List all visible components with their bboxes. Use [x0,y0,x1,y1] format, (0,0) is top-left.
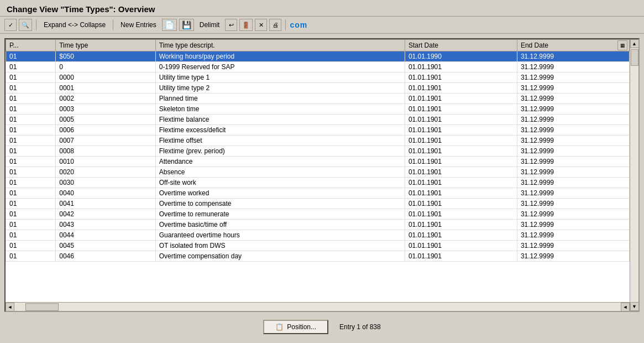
table-row[interactable]: 010007Flextime offset01.01.190131.12.999… [6,136,630,146]
cell-end-date: 31.12.9999 [517,51,629,62]
table-container: ▦ P... Time type Time type descript. Sta… [4,38,640,312]
separator-2 [113,19,113,30]
horizontal-scrollbar: ◄ ◄ ► [6,302,638,311]
exit-btn[interactable]: 🚪 [239,19,253,31]
table-row[interactable]: 010040Overtime worked01.01.190131.12.999… [6,188,630,199]
freeze-icon[interactable]: ▦ [617,40,627,50]
cell-time-type: 0005 [56,115,155,125]
cell-end-date: 31.12.9999 [517,83,629,93]
table-row[interactable]: 010001Utility time type 201.01.190131.12… [6,83,630,93]
table-row[interactable]: 010046Overtime compensation day01.01.190… [6,251,630,262]
cell-p: 01 [6,230,56,241]
horiz-scroll-track[interactable] [14,303,621,311]
cell-start-date: 01.01.1901 [405,209,517,220]
cell-description: 0-1999 Reserved for SAP [155,62,405,72]
separator-1 [36,19,36,30]
cell-p: 01 [6,83,56,93]
cell-start-date: 01.01.1901 [405,178,517,188]
cell-end-date: 31.12.9999 [517,104,629,115]
cell-description: Overtime to remunerate [155,209,405,220]
cell-time-type: 0046 [56,251,155,262]
table-scroll-area[interactable]: P... Time type Time type descript. Start… [6,39,630,302]
delimit-btn[interactable]: Delimit [196,19,223,31]
footer-bar: 📋 Position... Entry 1 of 838 [4,315,640,339]
table-row[interactable]: 0100-1999 Reserved for SAP01.01.190131.1… [6,62,630,72]
save-btn[interactable]: 💾 [179,19,194,31]
position-btn-label: Position... [287,323,316,331]
cell-start-date: 01.01.1901 [405,251,517,262]
table-row[interactable]: 010003Skeleton time01.01.190131.12.9999 [6,104,630,115]
table-row[interactable]: 010044Guaranteed overtime hours01.01.190… [6,230,630,241]
table-row[interactable]: 01$050Working hours/pay period01.01.1990… [6,51,630,62]
cell-end-date: 31.12.9999 [517,251,629,262]
cell-p: 01 [6,157,56,167]
cell-description: Overtime basic/time off [155,220,405,230]
cell-description: Flextime balance [155,115,405,125]
cell-end-date: 31.12.9999 [517,157,629,167]
cell-description: Planned time [155,93,405,104]
scroll-up-btn[interactable]: ▲ [630,39,639,48]
cell-description: Working hours/pay period [155,51,405,62]
cell-p: 01 [6,93,56,104]
table-row[interactable]: 010045OT isolated from DWS01.01.190131.1… [6,241,630,251]
main-window: Change View "Time Types": Overview ✓ 🔍 E… [0,0,644,343]
scroll-thumb[interactable] [631,49,638,66]
cell-p: 01 [6,167,56,178]
cell-end-date: 31.12.9999 [517,199,629,209]
cell-time-type: 0002 [56,93,155,104]
cell-p: 01 [6,136,56,146]
cell-description: Attendance [155,157,405,167]
scroll-track[interactable] [630,48,639,302]
cell-start-date: 01.01.1901 [405,136,517,146]
table-row[interactable]: 010000Utility time type 101.01.190131.12… [6,72,630,83]
table-row[interactable]: 010010Attendance01.01.190131.12.9999 [6,157,630,167]
print-btn[interactable]: 🖨 [269,19,281,31]
cell-p: 01 [6,51,56,62]
table-row[interactable]: 010041Overtime to compensate01.01.190131… [6,199,630,209]
horiz-scroll-thumb[interactable] [25,303,59,311]
table-row[interactable]: 010002Planned time01.01.190131.12.9999 [6,93,630,104]
cell-start-date: 01.01.1901 [405,125,517,136]
cell-p: 01 [6,241,56,251]
cell-start-date: 01.01.1901 [405,167,517,178]
cell-end-date: 31.12.9999 [517,115,629,125]
cell-start-date: 01.01.1901 [405,199,517,209]
header-start-date: Start Date [405,40,517,51]
data-table: P... Time type Time type descript. Start… [6,39,630,262]
cancel-btn[interactable]: ✕ [255,19,267,31]
cell-end-date: 31.12.9999 [517,188,629,199]
icon-btn-1[interactable]: ✓ [4,19,17,31]
table-row[interactable]: 010042Overtime to remunerate01.01.190131… [6,209,630,220]
table-row[interactable]: 010030Off-site work01.01.190131.12.9999 [6,178,630,188]
cell-start-date: 01.01.1901 [405,115,517,125]
position-button[interactable]: 📋 Position... [263,320,328,334]
scroll-left-btn[interactable]: ◄ [6,303,14,311]
table-row[interactable]: 010006Flextime excess/deficit01.01.19013… [6,125,630,136]
table-row[interactable]: 010020Absence01.01.190131.12.9999 [6,167,630,178]
expand-collapse-btn[interactable]: Expand <-> Collapse [40,19,109,31]
cell-description: Flextime excess/deficit [155,125,405,136]
cell-end-date: 31.12.9999 [517,230,629,241]
icon-btn-2[interactable]: 🔍 [19,19,32,31]
entry-info: Entry 1 of 838 [339,323,381,331]
cell-end-date: 31.12.9999 [517,136,629,146]
new-entries-btn[interactable]: New Entries [117,19,160,31]
table-row[interactable]: 010005Flextime balance01.01.190131.12.99… [6,115,630,125]
table-row[interactable]: 010043Overtime basic/time off01.01.19013… [6,220,630,230]
cell-description: Utility time type 1 [155,72,405,83]
cell-p: 01 [6,115,56,125]
copy-btn[interactable]: 📄 [162,19,177,31]
table-row[interactable]: 010008Flextime (prev. period)01.01.19013… [6,146,630,157]
cell-end-date: 31.12.9999 [517,93,629,104]
back-btn[interactable]: ↩ [225,19,237,31]
scroll-right-left-btn[interactable]: ◄ [621,303,630,311]
title-bar: Change View "Time Types": Overview [0,0,644,17]
cell-p: 01 [6,209,56,220]
cell-description: Utility time type 2 [155,83,405,93]
scroll-down-btn[interactable]: ▼ [630,302,639,311]
cell-p: 01 [6,220,56,230]
cell-time-type: 0003 [56,104,155,115]
cell-p: 01 [6,251,56,262]
cell-start-date: 01.01.1901 [405,220,517,230]
cell-time-type: 0041 [56,199,155,209]
